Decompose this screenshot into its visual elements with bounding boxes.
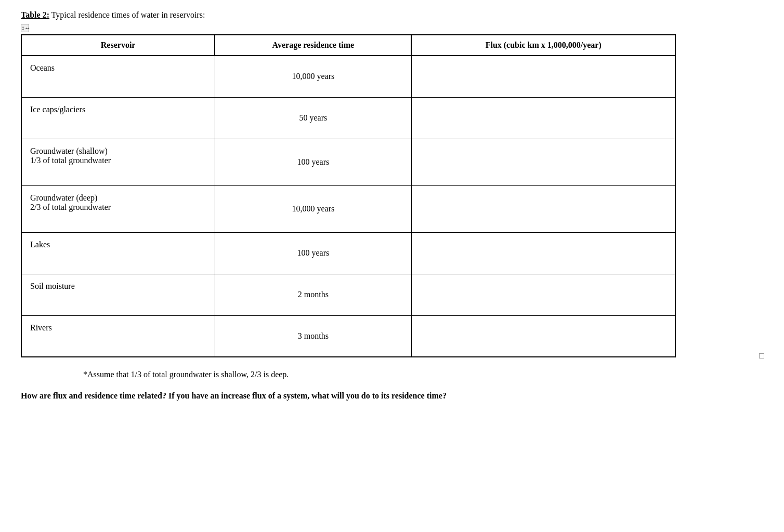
table-container: Reservoir Average residence time Flux (c…: [21, 34, 763, 357]
flux-cell-2: [411, 139, 675, 185]
discussion-question: How are flux and residence time related?…: [21, 390, 676, 402]
reservoir-cell-4: Lakes: [21, 232, 215, 274]
reservoir-cell-0: Oceans: [21, 56, 215, 97]
table-resize-handle[interactable]: ↕↔: [21, 24, 29, 32]
col-header-reservoir: Reservoir: [21, 35, 215, 56]
time-cell-4: 100 years: [215, 232, 411, 274]
residence-times-table: Reservoir Average residence time Flux (c…: [21, 34, 676, 357]
time-cell-6: 3 months: [215, 315, 411, 357]
table-title: Table 2: Typical residence times of wate…: [21, 10, 763, 20]
table-row: Oceans10,000 years: [21, 56, 675, 97]
flux-cell-1: [411, 97, 675, 139]
table-title-bold: Table 2:: [21, 10, 49, 19]
table-title-normal: Typical residence times of water in rese…: [49, 10, 205, 19]
table-row: Soil moisture2 months: [21, 274, 675, 315]
table-row: Groundwater (deep) 2/3 of total groundwa…: [21, 185, 675, 232]
table-note: *Assume that 1/3 of total groundwater is…: [83, 370, 763, 379]
time-cell-5: 2 months: [215, 274, 411, 315]
table-row: Lakes100 years: [21, 232, 675, 274]
flux-cell-3: [411, 185, 675, 232]
flux-cell-6: [411, 315, 675, 357]
time-cell-3: 10,000 years: [215, 185, 411, 232]
flux-cell-5: [411, 274, 675, 315]
table-row: Ice caps/glaciers50 years: [21, 97, 675, 139]
time-cell-1: 50 years: [215, 97, 411, 139]
table-row: Rivers3 months: [21, 315, 675, 357]
table-row: Groundwater (shallow) 1/3 of total groun…: [21, 139, 675, 185]
reservoir-cell-3: Groundwater (deep) 2/3 of total groundwa…: [21, 185, 215, 232]
flux-cell-4: [411, 232, 675, 274]
table-resize-corner[interactable]: [759, 353, 764, 358]
time-cell-2: 100 years: [215, 139, 411, 185]
reservoir-cell-2: Groundwater (shallow) 1/3 of total groun…: [21, 139, 215, 185]
reservoir-cell-6: Rivers: [21, 315, 215, 357]
flux-cell-0: [411, 56, 675, 97]
reservoir-cell-5: Soil moisture: [21, 274, 215, 315]
col-header-flux: Flux (cubic km x 1,000,000/year): [411, 35, 675, 56]
reservoir-cell-1: Ice caps/glaciers: [21, 97, 215, 139]
col-header-time: Average residence time: [215, 35, 411, 56]
time-cell-0: 10,000 years: [215, 56, 411, 97]
